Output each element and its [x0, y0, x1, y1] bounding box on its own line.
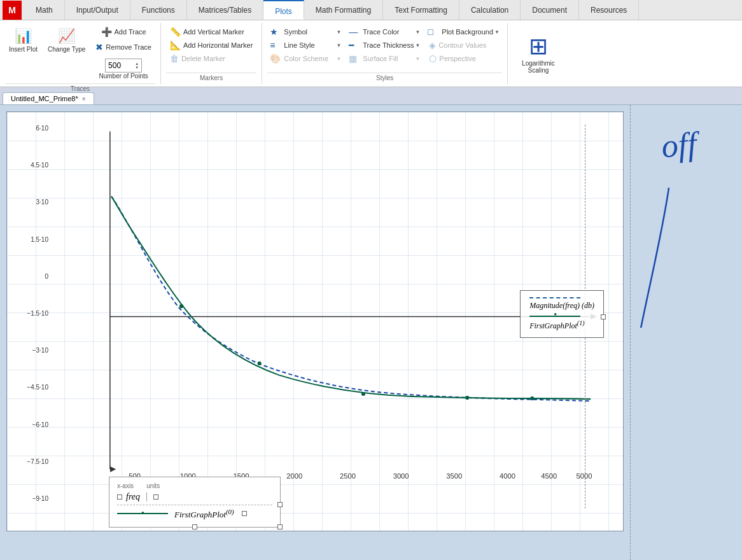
color-scheme-dropdown[interactable]: 🎨 Color Scheme ▼: [267, 52, 344, 65]
line-style-dropdown[interactable]: ≡ Line Style ▼: [267, 39, 344, 52]
tab-math[interactable]: Math: [24, 0, 65, 20]
box-corner-br[interactable]: [277, 524, 283, 529]
app-logo: M: [3, 1, 22, 20]
insert-plot-label: Insert Plot: [9, 46, 38, 53]
number-of-points-input[interactable]: 500 ▲ ▼: [105, 59, 142, 73]
trace-color-label: Trace Color: [363, 28, 414, 36]
trace-thickness-dropdown[interactable]: ━ Trace Thickness ▼: [346, 39, 423, 52]
add-horizontal-marker-button[interactable]: 📐 Add Horizontal Marker: [166, 39, 256, 52]
remove-trace-button[interactable]: ✖ Remove Trace: [92, 41, 155, 53]
plot-background-label: Plot Background: [442, 28, 493, 36]
tab-plots[interactable]: Plots: [263, 0, 304, 20]
tab-textformatting[interactable]: Text Formatting: [383, 0, 459, 20]
ribbon-section-styles: ★ Symbol ▼ ≡ Line Style ▼ 🎨 Color Scheme…: [262, 23, 508, 84]
add-horizontal-marker-label: Add Horizontal Marker: [183, 41, 253, 49]
fp-handle[interactable]: [242, 511, 247, 516]
add-trace-icon: ➕: [101, 27, 112, 37]
remove-trace-icon: ✖: [95, 42, 103, 52]
number-of-points-control: 500 ▲ ▼ Number of Points: [96, 56, 150, 82]
y-axis: 6·10 4.5·10 3·10 1.5·10 0 −1.5·10 −3·10 …: [13, 125, 48, 502]
insert-plot-button[interactable]: 📊 Insert Plot: [5, 25, 41, 56]
trace-color-icon: —: [349, 27, 361, 37]
traces-content: 📊 Insert Plot 📈 Change Type ➕ Add Trace …: [5, 25, 155, 82]
color-scheme-label: Color Scheme: [284, 55, 335, 62]
trace-line-preview: ●: [117, 513, 168, 514]
styles-section-label: Styles: [267, 73, 502, 81]
add-trace-label: Add Trace: [115, 28, 146, 36]
fp-units-handle[interactable]: [242, 511, 247, 516]
spinner-down[interactable]: ▼: [135, 66, 139, 69]
y-label-7: −4.5·10: [27, 384, 48, 391]
delete-marker-button[interactable]: 🗑 Delete Marker: [166, 52, 256, 65]
add-horizontal-marker-icon: 📐: [170, 40, 181, 50]
ribbon: 📊 Insert Plot 📈 Change Type ➕ Add Trace …: [0, 20, 742, 87]
svg-point-4: [361, 392, 365, 396]
add-trace-button[interactable]: ➕ Add Trace: [97, 25, 150, 38]
plot-container: 6·10 4.5·10 3·10 1.5·10 0 −1.5·10 −3·10 …: [0, 105, 630, 560]
remove-trace-label: Remove Trace: [106, 43, 151, 51]
styles-col-left: ★ Symbol ▼ ≡ Line Style ▼ 🎨 Color Scheme…: [267, 25, 344, 65]
right-panel: off: [630, 105, 742, 560]
legend-item-2: [529, 316, 594, 317]
symbol-label: Symbol: [284, 28, 335, 36]
y-label-2: 3·10: [36, 199, 48, 206]
color-scheme-icon: 🎨: [270, 53, 283, 64]
tab-calculation[interactable]: Calculation: [459, 0, 521, 20]
y-label-0: 6·10: [36, 125, 48, 132]
change-type-button[interactable]: 📈 Change Type: [44, 25, 89, 56]
freq-text: freq: [126, 492, 140, 502]
number-of-points-value: 500: [108, 61, 121, 70]
legend-label-1: Magnitude(freq) (db): [529, 301, 594, 311]
svg-text:2500: 2500: [340, 472, 356, 480]
svg-text:off: off: [660, 125, 702, 164]
symbol-dropdown[interactable]: ★ Symbol ▼: [267, 25, 344, 38]
surface-fill-dropdown[interactable]: ▦ Surface Fill ▼: [346, 52, 423, 65]
x-axis-label: x-axis: [117, 482, 134, 489]
svg-point-5: [465, 396, 469, 400]
y-label-9: −7.5·10: [27, 458, 48, 465]
svg-text:3500: 3500: [446, 472, 462, 480]
symbol-arrow: ▼: [336, 29, 341, 35]
add-vertical-marker-icon: 📏: [170, 27, 181, 37]
tab-document[interactable]: Document: [521, 0, 579, 20]
svg-point-6: [530, 396, 534, 400]
plot-background-arrow: ▼: [494, 29, 500, 35]
y-label-6: −3·10: [32, 347, 48, 354]
doc-tab-close[interactable]: ×: [82, 95, 86, 102]
markers-section-label: Markers: [166, 73, 256, 81]
tab-mathformatting[interactable]: Math Formatting: [304, 0, 383, 20]
legend-label-2: FirstGraphPlot(1): [529, 319, 594, 331]
tab-functions[interactable]: Functions: [130, 0, 187, 20]
perspective-label: Perspective: [439, 55, 475, 62]
x-axis-freq-row: freq: [117, 492, 272, 502]
line-style-arrow: ▼: [336, 43, 341, 48]
traces-section-label: Traces: [5, 83, 155, 92]
y-label-5: −1.5·10: [27, 310, 48, 317]
perspective-button[interactable]: ⬡ Perspective: [425, 52, 502, 65]
surface-fill-arrow: ▼: [415, 56, 420, 62]
freq-units-handle[interactable]: [153, 494, 158, 500]
plot-area[interactable]: 6·10 4.5·10 3·10 1.5·10 0 −1.5·10 −3·10 …: [6, 111, 624, 531]
tab-resources[interactable]: Resources: [579, 0, 639, 20]
delete-marker-label: Delete Marker: [181, 55, 225, 62]
doc-tab-main[interactable]: Untitled_MC_Prime8* ×: [3, 92, 94, 104]
box-right-handle[interactable]: [277, 502, 283, 507]
legend-handle[interactable]: [601, 314, 606, 319]
box-bottom-handle[interactable]: [192, 524, 197, 529]
freq-divider: [146, 493, 147, 501]
contour-values-button[interactable]: ◈ Contour Values: [425, 39, 502, 52]
markers-col: 📏 Add Vertical Marker 📐 Add Horizontal M…: [166, 25, 256, 65]
tab-matrices[interactable]: Matrices/Tables: [187, 0, 263, 20]
trace-color-dropdown[interactable]: — Trace Color ▼: [346, 25, 423, 38]
add-vertical-marker-button[interactable]: 📏 Add Vertical Marker: [166, 25, 256, 38]
plot-background-icon: □: [428, 27, 440, 37]
x-axis-box: x-axis units freq ● FirstGraphPlot(0): [109, 477, 281, 528]
freq-handle[interactable]: [117, 494, 122, 500]
delete-marker-icon: 🗑: [170, 53, 179, 64]
svg-text:3000: 3000: [393, 472, 409, 480]
input-spinner: ▲ ▼: [135, 62, 139, 69]
log-scaling-button[interactable]: ⊞ Logarithmic Scaling: [508, 23, 569, 84]
plot-background-dropdown[interactable]: □ Plot Background ▼: [425, 25, 502, 38]
tab-inputoutput[interactable]: Input/Output: [65, 0, 130, 20]
svg-text:5000: 5000: [576, 472, 592, 480]
